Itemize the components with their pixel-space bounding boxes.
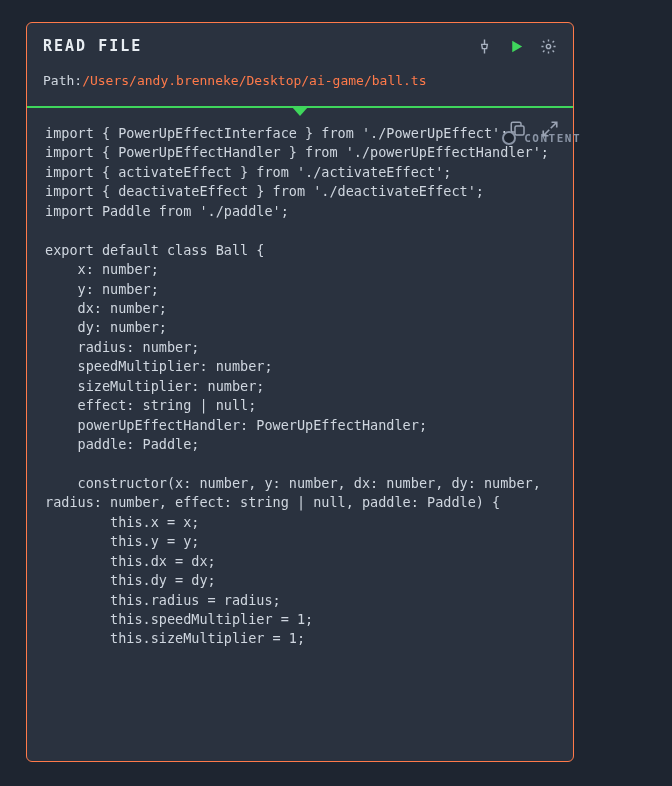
path-label: Path: [43,73,82,88]
header-actions [475,37,557,55]
play-icon[interactable] [507,37,525,55]
card-header: READ FILE [27,23,573,67]
gear-icon[interactable] [539,37,557,55]
code-output-area: import { PowerUpEffectInterface } from '… [27,108,573,761]
pin-icon[interactable] [475,37,493,55]
card-title: READ FILE [43,37,475,55]
expand-icon[interactable] [541,120,559,138]
code-toolbar [509,120,559,138]
path-value: /Users/andy.brenneke/Desktop/ai-game/bal… [82,73,426,88]
code-content: import { PowerUpEffectInterface } from '… [45,124,555,649]
svg-point-0 [546,44,550,48]
read-file-node: READ FILE Path:/Users/andy.brenneke/Des [26,22,574,762]
path-row: Path:/Users/andy.brenneke/Desktop/ai-gam… [27,67,573,108]
copy-icon[interactable] [509,120,527,138]
svg-rect-1 [515,126,524,135]
code-scroll[interactable]: import { PowerUpEffectInterface } from '… [27,108,573,761]
